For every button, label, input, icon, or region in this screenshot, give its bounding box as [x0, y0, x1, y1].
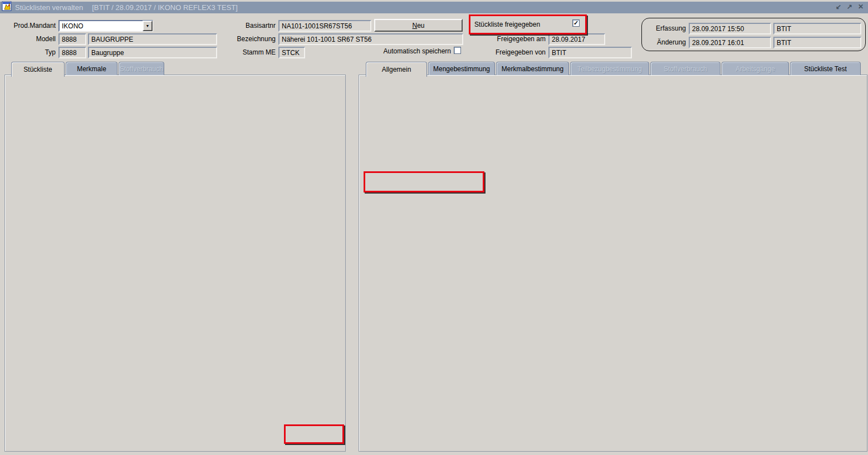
tab-stueckliste[interactable]: Stückliste	[11, 62, 65, 77]
aenderung-user-field: BTIT	[773, 37, 861, 48]
window-title: Stücklisten verwalten	[15, 3, 83, 12]
erfassung-user-field: BTIT	[773, 23, 861, 34]
prod-mandant-combo[interactable]: IKONO	[58, 20, 153, 32]
prod-mandant-value: IKONO	[62, 22, 84, 30]
minimize-icon[interactable]: ↙	[836, 3, 841, 10]
app-icon	[2, 1, 13, 12]
tab-teilbezugbestimmung: Teilbezugbestimmung	[570, 62, 649, 75]
stamm-me-field: STCK	[278, 47, 305, 58]
basisartnr-field: NA101-1001SR67ST56	[278, 20, 371, 32]
typ-name-field: Baugruppe	[88, 47, 217, 58]
check-icon: ✓	[573, 19, 578, 27]
aenderung-label: Änderung	[646, 38, 686, 47]
bezeichnung-label: Bezeichnung	[220, 35, 276, 43]
chevron-down-icon: ▼	[146, 24, 150, 28]
aenderung-date-field: 28.09.2017 16:01	[689, 37, 771, 48]
erfassung-date-field: 28.09.2017 15:50	[689, 23, 771, 34]
freigegeben-am-field: 28.09.2017	[548, 33, 605, 45]
modell-label: Modell	[4, 35, 56, 43]
freigegeben-von-label: Freigegeben von	[479, 48, 546, 57]
auto-save-label: Automatisch speichern	[356, 47, 451, 56]
right-panel-frame	[359, 75, 867, 452]
typ-code-field: 8888	[58, 47, 86, 58]
typ-label: Typ	[4, 48, 56, 57]
stamm-me-label: Stamm ME	[220, 48, 276, 57]
freigegeben-label: Stückliste freigegeben	[474, 21, 540, 29]
freigegeben-von-field: BTIT	[548, 47, 632, 58]
tab-stueckliste-test[interactable]: Stückliste Test	[790, 62, 861, 75]
prod-mandant-label: Prod.Mandant	[4, 22, 56, 30]
bezeichnung-field: Näherei 101-1001 SR67 ST56	[278, 33, 463, 45]
tab-stoffverbrauch-left: Stoffverbrauch	[119, 62, 164, 75]
tab-arbeitsgaenge: Arbeitsgänge	[722, 62, 789, 75]
left-panel-frame	[4, 75, 346, 452]
prod-mandant-dropdown-button[interactable]: ▼	[143, 21, 153, 31]
window-title-context: [BTIT / 28.09.2017 / IKONO REFLEX3 TEST]	[92, 3, 238, 12]
basisartnr-label: Basisartnr	[220, 22, 276, 30]
restore-icon[interactable]: ↗	[847, 3, 852, 10]
modell-code-field: 8888	[58, 33, 86, 45]
title-bar: Stücklisten verwalten [BTIT / 28.09.2017…	[0, 2, 868, 13]
freigegeben-am-label: Freigegeben am	[479, 35, 546, 43]
tab-merkmalbestimmung[interactable]: Merkmalbestimmung	[496, 62, 569, 75]
tab-allgemein[interactable]: Allgemein	[366, 62, 427, 77]
app-window: Stücklisten verwalten [BTIT / 28.09.2017…	[0, 0, 868, 455]
tab-merkmale[interactable]: Merkmale	[66, 62, 117, 75]
close-icon[interactable]: ✕	[858, 3, 864, 10]
freigegeben-checkbox[interactable]: ✓	[572, 19, 580, 27]
window-controls: ↙ ↗ ✕	[836, 3, 864, 10]
erfassung-label: Erfassung	[646, 24, 686, 33]
modell-name-field: BAUGRUPPE	[88, 33, 217, 45]
tab-mengebestimmung[interactable]: Mengebestimmung	[428, 62, 495, 75]
auto-save-checkbox[interactable]	[454, 47, 461, 54]
neu-header-button[interactable]: Neu	[374, 19, 463, 32]
tab-stoffverbrauch-right: Stoffverbrauch	[650, 62, 720, 75]
